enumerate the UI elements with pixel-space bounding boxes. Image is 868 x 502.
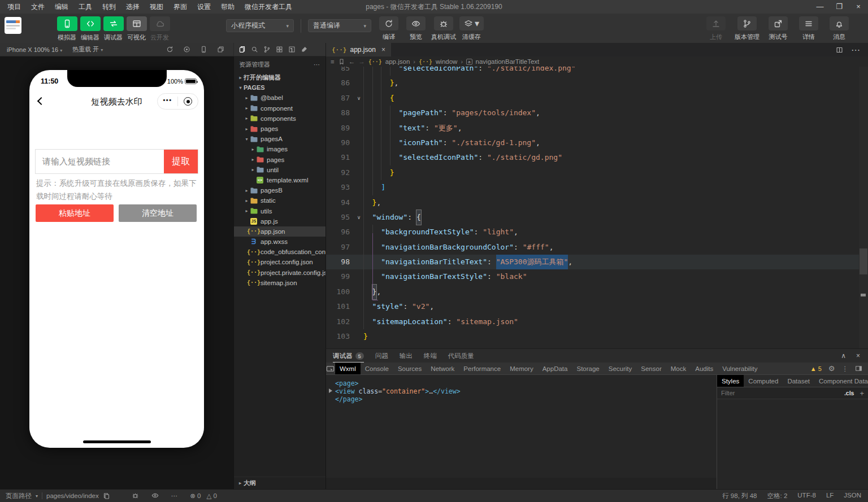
share-button[interactable] bbox=[769, 16, 788, 30]
code-line-88[interactable]: 88"pagePath": "pages/tools/index", bbox=[326, 106, 859, 120]
page-path-label[interactable]: 页面路径 bbox=[6, 492, 32, 500]
code-line-93[interactable]: 93] bbox=[326, 180, 859, 195]
sim-refresh-icon[interactable] bbox=[166, 46, 173, 53]
activity-npm-icon[interactable] bbox=[288, 46, 296, 53]
activity-files-icon[interactable] bbox=[238, 46, 246, 53]
close-tab-icon[interactable]: × bbox=[381, 46, 385, 54]
wxml-node-0[interactable]: <page> bbox=[335, 379, 717, 387]
code-area[interactable]: 85"selectedIconPath": "./static/index.pn… bbox=[326, 61, 859, 348]
menu-item-10[interactable]: 微信开发者工具 bbox=[240, 0, 297, 14]
debugger-tab-0[interactable]: 调试器5 bbox=[333, 349, 364, 363]
code-line-96[interactable]: 96"backgroundTextStyle": "light", bbox=[326, 225, 859, 239]
menu-item-1[interactable]: 文件 bbox=[26, 0, 50, 14]
devtools-tab-mock[interactable]: Mock bbox=[666, 363, 691, 374]
layout-toggle-button[interactable] bbox=[127, 16, 147, 31]
wxml-node-1[interactable]: <view class="container">…</view> bbox=[335, 387, 717, 395]
tree-item-code_obfuscation_conf...[interactable]: {··}code_obfuscation_conf... bbox=[234, 247, 326, 257]
compile-mode-select[interactable]: 普通编译▾ bbox=[308, 19, 371, 32]
cls-button[interactable]: .cls bbox=[844, 390, 854, 396]
devtools-tab-audits[interactable]: Audits bbox=[691, 363, 718, 374]
tree-item-pages[interactable]: ▸pages bbox=[234, 124, 326, 134]
statusbar-info-3[interactable]: LF bbox=[826, 492, 834, 500]
layers-button[interactable]: ▾ bbox=[459, 16, 484, 30]
activity-branch-icon[interactable] bbox=[263, 46, 271, 53]
tree-item-static[interactable]: ▸static bbox=[234, 195, 326, 206]
menu-button[interactable] bbox=[799, 16, 818, 30]
tree-item-template.wxml[interactable]: <>template.wxml bbox=[234, 175, 326, 185]
devtools-tab-memory[interactable]: Memory bbox=[505, 363, 538, 374]
phone-toggle-button[interactable] bbox=[57, 16, 77, 31]
statusbar-info-2[interactable]: UTF-8 bbox=[797, 492, 816, 500]
devtools-tab-sensor[interactable]: Sensor bbox=[636, 363, 666, 374]
code-line-95[interactable]: 95∨"window": { bbox=[326, 210, 859, 225]
clear-address-button[interactable]: 清空地址 bbox=[119, 204, 197, 222]
wxml-node-2[interactable]: </page> bbox=[335, 395, 717, 403]
tree-item-@babel[interactable]: ▸@babel bbox=[234, 93, 326, 103]
editor-tab-appjson[interactable]: {··} app.json × bbox=[326, 43, 391, 56]
editor-more-icon[interactable]: ⋯ bbox=[851, 45, 860, 55]
eye-button[interactable] bbox=[406, 16, 426, 30]
panel-toggle-0[interactable]: 模拟器 bbox=[57, 16, 77, 42]
hot-reload-toggle[interactable]: 热重载 开 ▾ bbox=[72, 45, 103, 54]
devtools-tab-sources[interactable]: Sources bbox=[393, 363, 426, 374]
scrollbar-thumb[interactable] bbox=[860, 248, 867, 274]
devtools-tab-performance[interactable]: Performance bbox=[459, 363, 505, 374]
debug-toggle-button[interactable] bbox=[103, 16, 124, 31]
debugger-tab-4[interactable]: 代码质量 bbox=[448, 349, 474, 363]
menu-item-5[interactable]: 选择 bbox=[121, 0, 145, 14]
code-line-98[interactable]: 98"navigationBarTitleText": "ASP300源码工具箱… bbox=[326, 255, 859, 269]
code-line-97[interactable]: 97"navigationBarBackgroundColor": "#fff"… bbox=[326, 240, 859, 255]
code-toggle-button[interactable] bbox=[80, 16, 101, 31]
explorer-more-icon[interactable]: ⋯ bbox=[314, 61, 320, 68]
breadcrumb-item[interactable]: navigationBarTitleText bbox=[476, 58, 540, 65]
tree-item-images[interactable]: ▸images bbox=[234, 144, 326, 154]
close-panel-icon[interactable]: × bbox=[856, 352, 860, 360]
statusbar-info-4[interactable]: JSON bbox=[844, 492, 861, 500]
inspect-element-icon[interactable] bbox=[326, 364, 335, 373]
project-avatar[interactable] bbox=[5, 17, 21, 34]
devtools-tab-console[interactable]: Console bbox=[361, 363, 393, 374]
tree-item-until[interactable]: ▸until bbox=[234, 165, 326, 175]
devtools-tab-wxml[interactable]: Wxml bbox=[335, 363, 361, 374]
menu-item-3[interactable]: 工具 bbox=[73, 0, 97, 14]
bell-button[interactable] bbox=[830, 16, 849, 30]
refresh-button[interactable] bbox=[379, 16, 398, 30]
statusbar-info-1[interactable]: 空格: 2 bbox=[767, 492, 788, 500]
branch-button[interactable] bbox=[737, 16, 757, 30]
menu-item-4[interactable]: 转到 bbox=[97, 0, 121, 14]
devtools-tab-network[interactable]: Network bbox=[426, 363, 459, 374]
sim-windows-icon[interactable] bbox=[217, 46, 224, 53]
code-line-102[interactable]: 102"sitemapLocation": "sitemap.json" bbox=[326, 315, 859, 329]
styles-tab-computed[interactable]: Computed bbox=[744, 375, 783, 387]
paste-address-button[interactable]: 粘贴地址 bbox=[36, 204, 114, 222]
menu-item-7[interactable]: 界面 bbox=[168, 0, 192, 14]
split-editor-icon[interactable] bbox=[836, 46, 843, 54]
code-line-101[interactable]: 101"style": "v2", bbox=[326, 299, 859, 314]
tree-item-pagesA[interactable]: ▾pagesA bbox=[234, 134, 326, 144]
panel-toggle-2[interactable]: 调试器 bbox=[103, 16, 124, 42]
filter-input[interactable]: Filter bbox=[721, 390, 735, 396]
activity-brush-icon[interactable] bbox=[301, 46, 308, 53]
styles-tab-styles[interactable]: Styles bbox=[717, 375, 744, 387]
capsule-close-button[interactable] bbox=[178, 97, 198, 106]
devtools-tab-vulnerability[interactable]: Vulnerability bbox=[718, 363, 762, 374]
right-action-4[interactable]: 消息 bbox=[827, 16, 851, 41]
add-style-button[interactable]: + bbox=[860, 389, 864, 398]
code-line-92[interactable]: 92} bbox=[326, 165, 859, 180]
kebab-menu-icon[interactable]: ⋮ bbox=[842, 365, 849, 373]
editor-scrollbar[interactable] bbox=[859, 67, 868, 348]
menu-item-9[interactable]: 帮助 bbox=[216, 0, 240, 14]
statusbar-more-icon[interactable]: ⋯ bbox=[171, 492, 178, 500]
code-line-90[interactable]: 90"iconPath": "./static/gd-1.png", bbox=[326, 136, 859, 150]
error-count[interactable]: ⊗ 0 bbox=[190, 492, 201, 500]
activity-extensions-icon[interactable] bbox=[276, 46, 283, 53]
right-action-2[interactable]: 测试号 bbox=[766, 16, 790, 41]
debugger-tab-3[interactable]: 终端 bbox=[424, 349, 437, 363]
expand-arrow-icon[interactable] bbox=[329, 388, 332, 393]
panel-toggle-1[interactable]: 编辑器 bbox=[80, 16, 101, 42]
outline-section[interactable]: ▸ 大纲 bbox=[234, 477, 326, 489]
compile-action-0[interactable]: 编译 bbox=[377, 16, 401, 41]
bookmark-icon[interactable] bbox=[338, 58, 345, 66]
devtools-tab-storage[interactable]: Storage bbox=[572, 363, 604, 374]
right-action-1[interactable]: 版本管理 bbox=[735, 16, 760, 41]
